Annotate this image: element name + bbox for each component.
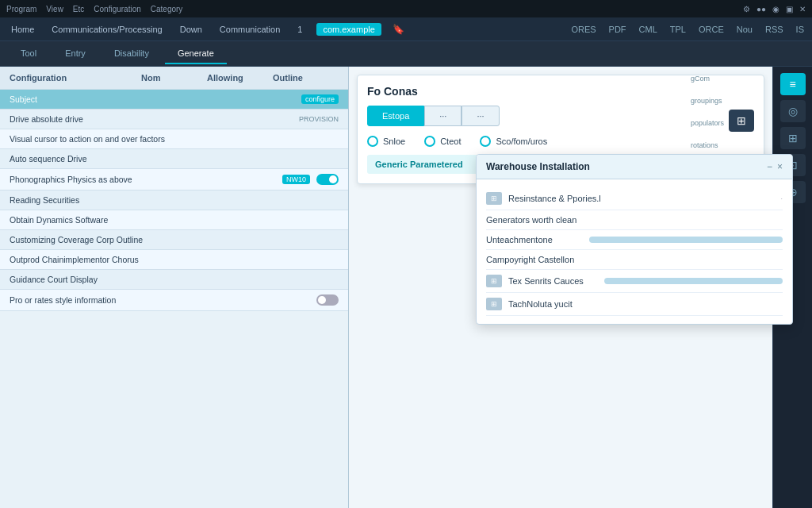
item-label: Drive absolute drive [10,114,293,124]
item-toggle[interactable] [316,294,339,306]
fp-list-item[interactable]: Generators worth clean [486,210,783,230]
option-sco[interactable]: Sco/fom/uros [480,136,547,147]
list-item[interactable]: Auto sequence Drive [0,149,348,169]
list-item[interactable]: Guidance Court Display [0,270,348,290]
menu-communications[interactable]: Communications/Processing [48,23,165,36]
label-populators: populators [691,119,729,127]
fp-list-item[interactable]: ⊞ TachNoluta yucit [486,293,783,316]
item-label: Reading Securities [10,195,339,205]
nav-tab-generate[interactable]: Generate [165,44,227,64]
menu-right-cml[interactable]: CML [639,25,657,34]
item-label: Guidance Court Display [10,275,339,284]
tab-3[interactable]: ··· [462,106,499,126]
option-snloe[interactable]: Snloe [367,136,405,147]
fp-item-bar [604,278,783,284]
floating-panel-header: Warehouse Installation − × [477,155,792,179]
radio-cteot[interactable] [424,136,435,147]
menu-right-is[interactable]: IS [796,25,804,34]
tab-estopa[interactable]: Estopa [367,106,424,126]
sys-item-4[interactable]: Configuration [94,5,140,13]
fp-item-label: Campoyright Castellon [486,255,783,264]
radio-snloe[interactable] [367,136,378,147]
fp-list-item[interactable]: ⊞ Resinstance & Ppories.l · [486,187,783,210]
item-label: Subject [10,94,295,104]
list-item[interactable]: Phonographics Physics as above NW10 [0,169,348,190]
option-cteot[interactable]: Cteot [424,136,461,147]
fp-list-item[interactable]: Campoyright Castellon [486,250,783,270]
menu-down[interactable]: Down [177,23,205,36]
floating-panel: Warehouse Installation − × ⊞ Resinstance… [476,154,793,325]
menu-communication[interactable]: Communication [216,23,283,36]
left-panel: Configuration Nom Allowing Outline Subje… [0,67,349,508]
menu-right-nom[interactable]: Nou [737,25,753,34]
list-item[interactable]: Subject configure [0,90,348,110]
item-label: Customizing Coverage Corp Outline [10,235,339,244]
fp-list-item[interactable]: Unteachmentone [486,230,783,250]
list-item[interactable]: Reading Securities [0,190,348,210]
menu-right-orce[interactable]: ORCE [699,25,724,34]
list-item[interactable]: Customizing Coverage Corp Outline [0,230,348,250]
fp-item-detail: · [780,194,783,202]
item-label: Outprod Chainimplementor Chorus [10,255,339,264]
option-snloe-label: Snloe [383,137,405,146]
tab-selector: Estopa ··· ··· [367,106,500,126]
sidebar-icon-1[interactable]: ≡ [780,73,806,95]
right-area: Fo Conas Estopa ··· ··· ⊞ Snloe Cteot [349,67,772,508]
panel-icon-button[interactable]: ⊞ [729,110,754,132]
fp-item-label: Unteachmentone [486,235,583,244]
item-label: Phonographics Physics as above [10,175,276,184]
sys-item-3[interactable]: Etc [73,5,84,13]
fp-item-icon: ⊞ [486,298,502,310]
item-toggle[interactable] [316,174,339,185]
fp-item-label: Resinstance & Ppories.l [508,194,774,203]
nav-tab-disability[interactable]: Disability [102,44,162,64]
col-allowing: Allowing [207,73,273,83]
system-bar-right: ⚙ ●● ◉ ▣ ✕ [743,5,806,13]
nav-tab-tool[interactable]: Tool [8,44,49,64]
menu-right-ores[interactable]: ORES [571,25,596,34]
col-configuration: Configuration [10,73,141,83]
item-label: Pro or rates style information [10,295,310,305]
fp-list-item[interactable]: ⊞ Tex Senrits Cauces [486,270,783,293]
menu-bar-right: ORES PDF CML TPL ORCE Nou RSS IS [571,25,804,34]
radio-sco[interactable] [480,136,491,147]
menu-home[interactable]: Home [8,23,37,36]
sidebar-icon-2[interactable]: ◎ [780,100,806,122]
menu-right-pdf[interactable]: PDF [609,25,626,34]
list-item[interactable]: Pro or rates style information [0,290,348,311]
list-item[interactable]: Visual cursor to action on and over fact… [0,129,348,149]
option-cteot-label: Cteot [440,137,461,146]
list-item[interactable]: Outprod Chainimplementor Chorus [0,250,348,270]
label-gcom: gCom [691,75,729,83]
tab-2[interactable]: ··· [424,106,462,126]
main-content: Configuration Nom Allowing Outline Subje… [0,67,812,508]
menu-icon: 🔖 [393,24,404,35]
system-bar-left: Program View Etc Configuration Category [6,5,182,13]
sys-box-icon[interactable]: ▣ [786,5,793,13]
menu-bar-left: Home Communications/Processing Down Comm… [8,23,566,36]
col-outline: Outline [273,73,339,83]
sidebar-icon-3[interactable]: ⊞ [780,127,806,149]
menu-right-tpl[interactable]: TPL [670,25,686,34]
system-bar: Program View Etc Configuration Category … [0,0,812,17]
fp-item-label: TachNoluta yucit [508,299,783,309]
floating-close-button[interactable]: × [777,161,783,172]
sys-settings-icon[interactable]: ⚙ [743,5,750,13]
item-status: PROVISION [299,115,339,123]
sys-item-5[interactable]: Category [151,5,183,13]
fp-item-bar [589,237,783,243]
menu-highlight[interactable]: com.example [316,23,381,36]
left-panel-header: Configuration Nom Allowing Outline [0,67,348,90]
sys-circle-icon[interactable]: ◉ [772,5,779,13]
nav-bar: Tool Entry Disability Generate [0,41,812,67]
menu-num[interactable]: 1 [294,23,305,36]
sys-close-icon[interactable]: ✕ [799,5,806,13]
sys-dots-icon[interactable]: ●● [756,5,766,13]
sys-item-2[interactable]: View [46,5,63,13]
menu-right-rss[interactable]: RSS [765,25,783,34]
sys-item-1[interactable]: Program [6,5,36,13]
nav-tab-entry[interactable]: Entry [52,44,98,64]
list-item[interactable]: Drive absolute drive PROVISION [0,110,348,129]
list-item[interactable]: Obtain Dynamics Software [0,210,348,230]
floating-minimize[interactable]: − [767,161,772,172]
